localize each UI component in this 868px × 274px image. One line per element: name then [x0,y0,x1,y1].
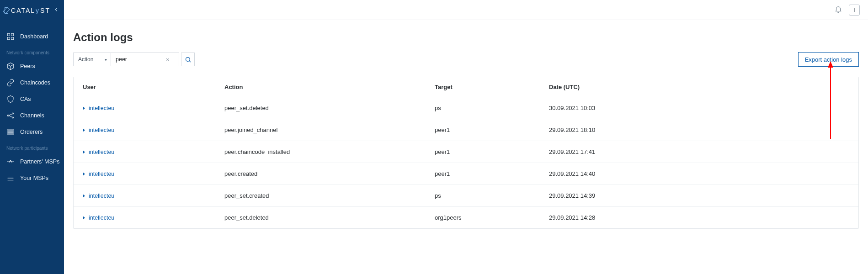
avatar[interactable]: I [849,5,860,16]
search-icon [185,56,192,63]
svg-point-13 [186,57,190,61]
sidebar-item-channels[interactable]: Channels [0,107,64,124]
table-row: intellecteupeer_set.createdps29.09.2021 … [74,185,858,207]
date-cell: 29.09.2021 14:39 [549,192,849,199]
cube-icon [6,62,15,70]
sidebar: CATALyST DashboardNetwork componentsPeer… [0,0,64,274]
sidebar-item-dashboard[interactable]: Dashboard [0,28,64,45]
export-action-logs-button[interactable]: Export action logs [798,52,859,67]
caret-right-icon [83,216,85,220]
sidebar-item-peers[interactable]: Peers [0,58,64,74]
table-row: intellecteupeer_set.deletedorg1peers29.0… [74,207,858,228]
sidebar-section-label: Network participants [0,143,64,153]
notifications-button[interactable] [834,5,842,15]
target-cell: peer1 [435,148,549,155]
topbar: I [64,0,868,20]
action-cell: peer.created [224,170,435,177]
user-expand[interactable]: intellecteu [83,127,224,133]
sidebar-item-label: Partners' MSPs [20,158,59,165]
sidebar-item-your-msps[interactable]: Your MSPs [0,170,64,186]
action-cell: peer.joined_channel [224,126,435,133]
user-link[interactable]: intellecteu [89,105,114,111]
sidebar-item-label: Dashboard [20,33,48,40]
caret-right-icon [83,172,85,176]
svg-rect-0 [7,33,10,36]
target-cell: peer1 [435,126,549,133]
search-button[interactable] [181,53,195,66]
chevron-down-icon: ▾ [105,57,107,62]
user-expand[interactable]: intellecteu [83,215,224,221]
toolbar: Action ▾ × Export action logs [73,52,859,67]
sidebar-item-label: Orderers [20,129,43,135]
date-cell: 29.09.2021 14:28 [549,214,849,221]
sidebar-item-label: Peers [20,63,35,69]
svg-rect-8 [8,132,13,133]
sidebar-section-label: Network components [0,47,64,58]
bell-icon [834,5,842,13]
sidebar-item-orderers[interactable]: Orderers [0,124,64,140]
user-link[interactable]: intellecteu [89,127,114,133]
date-cell: 29.09.2021 17:41 [549,148,849,155]
svg-rect-7 [8,129,13,131]
user-expand[interactable]: intellecteu [83,105,224,111]
search-input-wrap: × [111,53,179,66]
filter-type-select[interactable]: Action ▾ [73,53,111,66]
target-cell: ps [435,105,549,111]
user-expand[interactable]: intellecteu [83,149,224,155]
target-cell: org1peers [435,214,549,221]
caret-right-icon [83,128,85,132]
action-cell: peer.chaincode_installed [224,148,435,155]
network-icon [6,111,15,120]
date-cell: 29.09.2021 14:40 [549,170,849,177]
svg-rect-2 [7,37,10,40]
shield-icon [6,95,15,103]
user-link[interactable]: intellecteu [89,171,114,177]
target-cell: ps [435,192,549,199]
svg-point-6 [12,117,14,118]
date-cell: 30.09.2021 10:03 [549,105,849,111]
svg-rect-3 [11,37,14,40]
action-cell: peer_set.deleted [224,105,435,111]
sidebar-item-chaincodes[interactable]: Chaincodes [0,74,64,91]
svg-rect-1 [11,33,14,36]
action-cell: peer_set.created [224,192,435,199]
target-cell: peer1 [435,170,549,177]
filter-type-label: Action [78,56,93,63]
stack-icon [6,128,15,136]
user-link[interactable]: intellecteu [89,149,114,155]
sidebar-item-label: Your MSPs [20,175,48,181]
svg-point-5 [12,113,14,114]
user-expand[interactable]: intellecteu [83,171,224,177]
logo-row: CATALyST [0,0,64,28]
action-cell: peer_set.deleted [224,214,435,221]
table-row: intellecteupeer.chaincode_installedpeer1… [74,141,858,163]
avatar-initial: I [853,7,855,13]
clear-search-button[interactable]: × [165,56,170,63]
logo-text: CATALyST [11,7,50,14]
handshake-icon [6,158,15,166]
col-date: Date (UTC) [549,84,849,90]
dashboard-icon [6,32,15,41]
date-cell: 29.09.2021 18:10 [549,126,849,133]
sidebar-item-partners-msps[interactable]: Partners' MSPs [0,153,64,170]
caret-right-icon [83,106,85,110]
link-icon [6,79,15,87]
sidebar-item-label: CAs [20,96,31,102]
page-title: Action logs [73,31,859,44]
svg-rect-9 [8,133,13,135]
main: I Action logs Action ▾ × Export action l… [64,0,868,274]
user-link[interactable]: intellecteu [89,215,114,221]
col-target: Target [435,84,549,90]
caret-right-icon [83,150,85,154]
sidebar-collapse-button[interactable] [53,6,59,15]
table-row: intellecteupeer.joined_channelpeer129.09… [74,119,858,141]
search-input[interactable] [115,56,165,63]
sidebar-item-cas[interactable]: CAs [0,91,64,107]
table-row: intellecteupeer.createdpeer129.09.2021 1… [74,163,858,185]
action-log-table: User Action Target Date (UTC) intellecte… [73,77,859,229]
content: Action logs Action ▾ × Export action log… [64,20,868,274]
user-link[interactable]: intellecteu [89,193,114,199]
caret-right-icon [83,194,85,198]
user-expand[interactable]: intellecteu [83,193,224,199]
sidebar-item-label: Chaincodes [20,79,50,86]
